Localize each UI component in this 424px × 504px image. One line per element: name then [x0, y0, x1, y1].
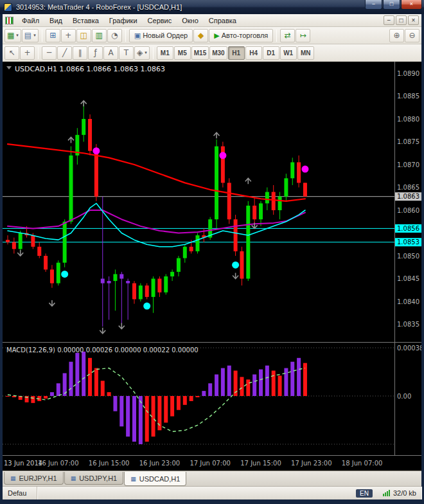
menu-tools[interactable]: Сервис: [143, 15, 177, 26]
timeframe-w1-button[interactable]: W1: [280, 46, 297, 60]
chart-shift-icon: ↦: [300, 31, 306, 40]
terminal-button[interactable]: ▥: [92, 29, 107, 42]
market-watch-icon: ⊞: [49, 31, 56, 40]
svg-text:18 Jun 07:00: 18 Jun 07:00: [342, 460, 383, 467]
timeframe-m5-button[interactable]: M5: [174, 46, 191, 60]
menu-insert[interactable]: Вставка: [67, 15, 104, 26]
toolbar-separator: [153, 47, 154, 59]
chart-shift-button[interactable]: ↦: [296, 29, 310, 42]
traffic-counter: 32/0 kb: [393, 489, 416, 497]
cursor-button[interactable]: ↖: [4, 46, 19, 60]
timeframe-h4-button[interactable]: H4: [245, 46, 262, 60]
zoom-out-button[interactable]: ⊖: [405, 29, 420, 42]
status-hint-area: [37, 487, 356, 500]
play-icon: ▶: [214, 32, 219, 40]
zoom-in-button[interactable]: ⊕: [389, 29, 404, 42]
menu-file[interactable]: Файл: [17, 15, 44, 26]
svg-text:16 Jun 23:00: 16 Jun 23:00: [139, 460, 181, 467]
data-window-button[interactable]: +: [61, 29, 76, 42]
svg-text:1.0875: 1.0875: [397, 138, 420, 145]
channel-button[interactable]: ∥: [73, 46, 87, 60]
crosshair-button[interactable]: +: [20, 46, 35, 60]
svg-text:1.0860: 1.0860: [397, 207, 420, 214]
timeframe-m1-button[interactable]: M1: [157, 46, 173, 60]
toolbar-separator: [276, 30, 277, 42]
timeframe-h1-button[interactable]: H1: [228, 46, 245, 60]
new-chart-button[interactable]: ▦ ▾: [4, 29, 21, 42]
chevron-down-icon: ▾: [16, 33, 19, 38]
window-frame: Файл Вид Вставка Графики Сервис Окно Спр…: [0, 14, 424, 504]
fibonacci-icon: ƒ: [94, 48, 96, 57]
arrows-menu-button[interactable]: ◈ ▾: [134, 46, 150, 60]
mdi-minimize-button[interactable]: −: [384, 15, 394, 25]
minimize-button[interactable]: −: [365, 0, 382, 10]
trendline-button[interactable]: ╱: [57, 46, 72, 60]
price-chart[interactable]: 1.08901.08851.08801.08751.08701.08651.08…: [3, 62, 421, 471]
text-label-icon: T: [124, 48, 128, 57]
fibonacci-button[interactable]: ƒ: [88, 46, 103, 60]
menu-window[interactable]: Окно: [177, 15, 204, 26]
arrows-icon: ◈: [137, 48, 143, 57]
window-title: 3014953: MetaTrader 4 - RoboForex - [USD…: [16, 3, 361, 11]
svg-text:1.0845: 1.0845: [397, 275, 420, 282]
crosshair-icon: +: [24, 48, 30, 57]
svg-text:1.0890: 1.0890: [397, 70, 420, 77]
strategy-tester-button[interactable]: ◔: [107, 29, 122, 42]
window-controls: − □ ×: [365, 0, 422, 10]
svg-text:1.0885: 1.0885: [397, 93, 420, 100]
svg-text:1.0870: 1.0870: [397, 161, 420, 168]
menu-view[interactable]: Вид: [44, 15, 67, 26]
profiles-button[interactable]: ▤ ▾: [22, 29, 39, 42]
svg-text:1.0856: 1.0856: [397, 225, 420, 232]
menu-charts[interactable]: Графики: [104, 15, 143, 26]
timeframe-mn-button[interactable]: MN: [297, 46, 314, 60]
mdi-window-controls: − □ ×: [384, 15, 420, 25]
close-button[interactable]: ×: [401, 0, 422, 10]
mdi-restore-button[interactable]: □: [396, 15, 407, 25]
chart-tab-icon: ▦: [71, 475, 76, 482]
status-profile[interactable]: Defau: [3, 487, 37, 500]
svg-text:17 Jun 07:00: 17 Jun 07:00: [190, 460, 231, 467]
new-order-icon: ▣: [134, 32, 141, 40]
metaeditor-button[interactable]: ◆: [193, 29, 208, 42]
chart-tab-icon: ▦: [10, 475, 16, 482]
svg-text:16 Jun 07:00: 16 Jun 07:00: [38, 460, 79, 467]
svg-text:1.0850: 1.0850: [397, 253, 420, 260]
chevron-down-icon: ▾: [145, 50, 147, 55]
chart-area[interactable]: 1.08901.08851.08801.08751.08701.08651.08…: [3, 62, 421, 471]
connection-status: 32/0 kb: [378, 487, 421, 500]
tab-usdjpy-h1[interactable]: ▦ USDJPY,H1: [64, 472, 124, 485]
new-chart-icon: ▦: [7, 31, 14, 40]
svg-text:1.0840: 1.0840: [397, 298, 420, 305]
market-watch-button[interactable]: ⊞: [46, 29, 60, 42]
new-order-button[interactable]: ▣ Новый Ордер: [129, 29, 193, 42]
tab-label: USDJPY,H1: [79, 474, 117, 482]
horizontal-line-button[interactable]: ─: [42, 46, 57, 60]
svg-text:MACD(12,26,9) 0.00000 0.00026: MACD(12,26,9) 0.00000 0.00026 0.00000 0.…: [6, 346, 199, 354]
timeframe-m15-button[interactable]: M15: [191, 46, 209, 60]
mdi-close-button[interactable]: ×: [408, 15, 419, 25]
menu-help[interactable]: Справка: [204, 15, 242, 26]
svg-text:1.0835: 1.0835: [397, 321, 420, 328]
timeframe-d1-button[interactable]: D1: [263, 46, 279, 60]
chart-window-icon: [5, 17, 13, 24]
navigator-icon: ◫: [80, 31, 87, 40]
text-label-button[interactable]: T: [119, 46, 134, 60]
tab-label: USDCAD,H1: [139, 475, 181, 483]
app-icon: [4, 3, 12, 12]
navigator-button[interactable]: ◫: [76, 29, 91, 42]
timeframe-m30-button[interactable]: M30: [209, 46, 227, 60]
menu-bar: Файл Вид Вставка Графики Сервис Окно Спр…: [3, 14, 421, 27]
tab-eurjpy-h1[interactable]: ▦ EURJPY,H1: [4, 472, 64, 485]
text-button[interactable]: A: [103, 46, 118, 60]
language-indicator: EN: [356, 489, 373, 498]
auto-scroll-button[interactable]: ⇄: [280, 29, 295, 42]
maximize-button[interactable]: □: [383, 0, 400, 10]
data-window-icon: +: [65, 31, 71, 40]
toolbar-separator: [38, 47, 39, 59]
title-bar[interactable]: 3014953: MetaTrader 4 - RoboForex - [USD…: [0, 0, 424, 14]
tab-usdcad-h1[interactable]: ▦ USDCAD,H1: [124, 472, 186, 486]
chevron-down-icon: ▾: [33, 33, 36, 38]
autotrading-button[interactable]: ▶ Авто-торговля: [209, 29, 273, 42]
svg-text:0.00: 0.00: [397, 393, 411, 400]
